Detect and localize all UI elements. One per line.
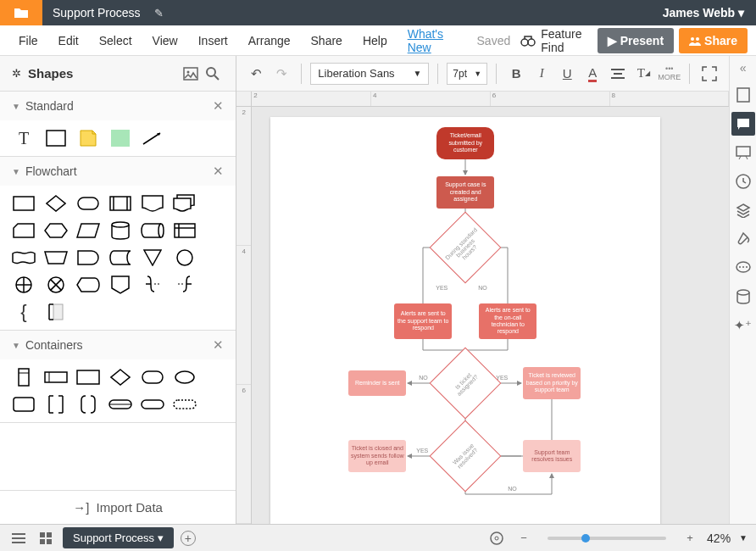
fc-internal[interactable] [173, 221, 197, 240]
folder-icon[interactable] [0, 0, 42, 25]
flow-close-ticket[interactable]: Ticket is closed and system sends follow… [348, 440, 406, 472]
fc-decision[interactable] [44, 194, 68, 213]
shape-arrow[interactable] [141, 129, 164, 147]
close-icon[interactable]: ✕ [213, 337, 224, 353]
document-tab[interactable]: Support Process ▾ [63, 527, 174, 548]
text-color-button[interactable]: A [581, 63, 603, 85]
cn-4[interactable] [108, 368, 132, 387]
page[interactable]: Ticket/email submitted by customer Suppo… [270, 117, 660, 524]
menu-share[interactable]: Share [301, 34, 353, 47]
fc-manual[interactable] [44, 248, 68, 267]
fc-data[interactable] [76, 221, 100, 240]
image-icon[interactable] [180, 63, 202, 85]
grid-view-icon[interactable] [36, 528, 56, 548]
list-view-icon[interactable] [8, 528, 29, 548]
fc-brace-right[interactable] [141, 276, 164, 294]
shape-block[interactable] [108, 129, 132, 147]
size-select[interactable]: 7pt▼ [447, 63, 487, 85]
paint-icon[interactable] [731, 227, 755, 251]
fc-brace-left[interactable] [173, 276, 197, 294]
redo-button[interactable]: ↷ [270, 63, 292, 85]
zoom-slider[interactable] [548, 537, 666, 540]
fc-directdata[interactable] [141, 221, 164, 240]
fullscreen-button[interactable] [698, 63, 720, 85]
present-button[interactable]: ▶Present [598, 28, 674, 53]
add-page-button[interactable]: + [181, 531, 196, 546]
fc-or[interactable] [12, 276, 36, 294]
menu-insert[interactable]: Insert [188, 34, 238, 47]
menu-arrange[interactable]: Arrange [238, 34, 301, 47]
fc-offpage[interactable] [108, 276, 132, 294]
fc-merge[interactable] [141, 248, 164, 267]
user-menu[interactable]: James Webb ▾ [651, 6, 756, 19]
shape-note[interactable] [76, 129, 100, 147]
fc-document[interactable] [141, 194, 164, 213]
flow-decision-resolved[interactable]: Was issue resolved? [440, 431, 491, 481]
fc-card[interactable] [12, 221, 36, 240]
fc-multidoc[interactable] [173, 194, 197, 213]
zoom-level[interactable]: 42% [707, 532, 731, 545]
undo-button[interactable]: ↶ [245, 63, 267, 85]
flow-alert-oncall[interactable]: Alerts are sent to the on-call technicia… [479, 303, 536, 339]
sparkle-icon[interactable]: ✦⁺ [731, 314, 755, 337]
bold-button[interactable]: B [505, 63, 527, 85]
collapse-icon[interactable]: « [740, 61, 747, 75]
edit-title-icon[interactable]: ✎ [154, 7, 164, 19]
menu-view[interactable]: View [142, 34, 188, 47]
font-select[interactable]: Liberation Sans▼ [310, 63, 429, 85]
flow-alert-team[interactable]: Alerts are sent to the support team to r… [394, 303, 452, 339]
feature-find[interactable]: Feature Find [520, 27, 589, 54]
flow-review[interactable]: Ticket is reviewed based on priority by … [523, 367, 581, 399]
zoom-out-button[interactable]: − [514, 528, 534, 548]
data-icon[interactable] [731, 285, 755, 309]
comment-icon[interactable] [731, 112, 755, 136]
locate-icon[interactable] [486, 528, 507, 548]
fc-note[interactable] [44, 303, 68, 321]
shape-text[interactable]: T [12, 129, 36, 147]
gear-icon[interactable]: ✲ [12, 67, 21, 80]
history-icon[interactable] [731, 170, 755, 193]
import-data-button[interactable]: →]Import Data [0, 490, 236, 524]
cn-11[interactable] [141, 395, 164, 414]
shape-rect[interactable] [44, 129, 68, 147]
flow-create-case[interactable]: Support case is created and assigned [436, 176, 494, 209]
layers-icon[interactable] [731, 198, 755, 222]
search-icon[interactable] [202, 63, 224, 85]
fc-terminator[interactable] [76, 194, 100, 213]
cn-9[interactable] [76, 395, 100, 414]
cn-1[interactable] [12, 368, 36, 387]
chat-icon[interactable] [731, 256, 755, 280]
flow-reminder[interactable]: Reminder is sent [348, 370, 406, 396]
fc-hexagon[interactable] [44, 221, 68, 240]
cn-5[interactable] [141, 368, 164, 387]
italic-button[interactable]: I [531, 63, 553, 85]
cn-12[interactable] [173, 395, 197, 414]
fc-database[interactable] [108, 221, 132, 240]
cn-7[interactable] [12, 395, 36, 414]
zoom-in-button[interactable]: + [680, 528, 700, 548]
fc-display[interactable] [76, 276, 100, 294]
fc-curlybrace[interactable]: { [12, 303, 36, 321]
text-format-button[interactable]: T◢ [632, 63, 654, 85]
more-button[interactable]: •••MORE [658, 65, 681, 82]
page-icon[interactable] [731, 83, 755, 107]
fc-delay[interactable] [76, 248, 100, 267]
present-icon[interactable] [731, 141, 755, 164]
close-icon[interactable]: ✕ [213, 98, 224, 114]
flow-decision-assigned[interactable]: Is ticket assigned? [440, 358, 491, 409]
flow-start[interactable]: Ticket/email submitted by customer [436, 127, 494, 159]
section-flowchart[interactable]: ▼Flowchart✕ [0, 157, 236, 186]
share-button[interactable]: Share [679, 28, 748, 53]
align-button[interactable] [607, 63, 629, 85]
flow-resolve[interactable]: Support team resolves issues [523, 440, 581, 472]
cn-8[interactable] [44, 395, 68, 414]
underline-button[interactable]: U [556, 63, 578, 85]
menu-file[interactable]: File [8, 34, 48, 47]
menu-help[interactable]: Help [353, 34, 397, 47]
fc-summing[interactable] [44, 276, 68, 294]
fc-papertape[interactable] [12, 248, 36, 267]
fc-storeddata[interactable] [108, 248, 132, 267]
cn-10[interactable] [108, 395, 132, 414]
flow-decision-hours[interactable]: During standard business hours? [440, 222, 491, 273]
close-icon[interactable]: ✕ [213, 164, 224, 179]
